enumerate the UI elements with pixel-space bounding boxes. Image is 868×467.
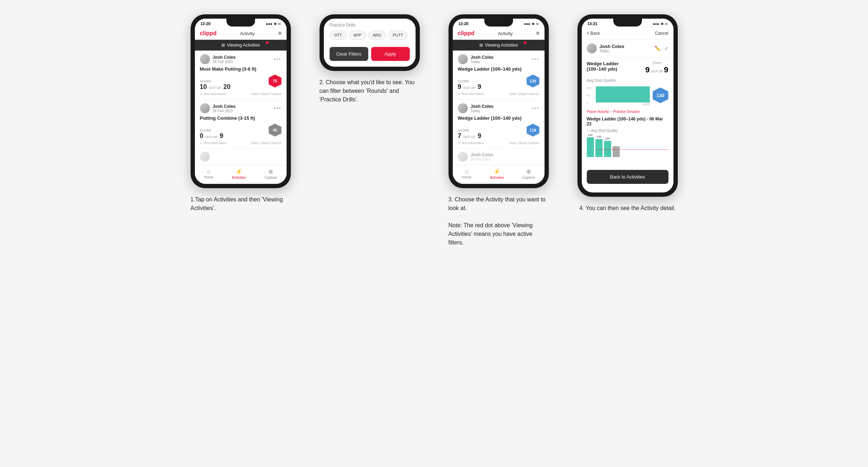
- nav-home-3[interactable]: ⌂ Home: [462, 168, 471, 180]
- card-footer-1-2: ⊙ Test Information Data: Clippd Capture: [200, 141, 282, 145]
- footer-right-1-1: Data: Clippd Capture: [251, 92, 281, 96]
- clear-filters-button[interactable]: Clear Filters: [330, 47, 368, 61]
- caption-1: 1.Tap on Activities and then 'Viewing Ac…: [191, 195, 291, 213]
- nav-activities-1[interactable]: ⚡ Activities: [232, 168, 246, 180]
- phone-1-inner: 13:20 ●●● ≋ ▪▪ clippd Activity ≡ ⊞ Vie: [195, 19, 287, 184]
- footer-left-3-1: ⊙ Test Information: [458, 92, 484, 96]
- hamburger-3[interactable]: ≡: [536, 30, 539, 37]
- score-value-1-1: 10: [200, 83, 207, 91]
- phone-4-notch: [613, 19, 642, 27]
- score-block-3-2: Score 7 OUT OF 9: [458, 129, 481, 140]
- capture-icon-3: ⊕: [526, 168, 531, 175]
- activity-card-3-1[interactable]: Josh Coles Today ••• Wedge Ladder (100–1…: [453, 51, 545, 100]
- stat-of-3-1: OUT OF: [464, 86, 476, 90]
- footer-right-3-2: Data: Clippd Capture: [509, 141, 539, 145]
- score-value-3-1: 9: [458, 83, 461, 91]
- step-2-col: 13:21 ●●● ≋ ▪▪ clippd Activity ≡ ⊞ Viewi…: [312, 14, 427, 247]
- score-value-1-2: 0: [200, 132, 203, 140]
- viewing-label-1: Viewing Activities: [227, 43, 260, 48]
- phone-3: 13:20 ●●● ≋ ▪▪ clippd Activity ≡ ⊞ Viewi…: [449, 14, 549, 188]
- app-title-3: Activity: [498, 31, 513, 36]
- bar-col-4: [613, 146, 620, 157]
- bar-3: [604, 141, 611, 157]
- filter-overlay: Filter ✕ Show Rounds Practice Drills Pra…: [324, 19, 416, 67]
- chip-putt[interactable]: PUTT: [388, 30, 408, 40]
- back-to-activities-button[interactable]: Back to Activities: [587, 170, 668, 184]
- detail-avatar: [587, 43, 597, 53]
- score-label-1-2: Score: [200, 129, 224, 132]
- more-dots-3-2[interactable]: •••: [532, 105, 539, 111]
- wifi-3: ≋: [532, 22, 534, 26]
- battery-icon-1: ▪▪: [278, 22, 280, 26]
- filter-sheet: Filter ✕ Show Rounds Practice Drills Pra…: [324, 19, 416, 67]
- score-block-1-2: Score 0 OUT OF 9: [200, 129, 224, 140]
- activity-card-3-2[interactable]: Josh Coles Today ••• Wedge Ladder (100–1…: [453, 100, 545, 149]
- status-icons-3: ●●● ≋ ▪▪: [524, 22, 538, 26]
- session-title: Wedge Ladder (100–140 yds) - 06 Mar 23: [587, 116, 668, 127]
- card-header-1-2: Josh Coles 28 Feb 2023 •••: [200, 103, 282, 113]
- time-3: 13:20: [459, 22, 469, 26]
- chip-app[interactable]: APP: [349, 30, 366, 40]
- detail-user-name: Josh Coles: [600, 44, 624, 49]
- avg-quality-section: Avg Shot Quality 100 50 0: [587, 78, 668, 106]
- detail-drill-section: Wedge Ladder (100–140 yds) Score 9 OUT O…: [587, 61, 668, 75]
- nav-activities-label-1: Activities: [232, 176, 246, 180]
- viewing-banner-1[interactable]: ⊞ Viewing Activities: [195, 40, 287, 51]
- hamburger-1[interactable]: ≡: [278, 30, 281, 37]
- partial-user-row-3: Josh Coles 28 Feb 2023: [458, 152, 539, 162]
- detail-user-row: Josh Coles Today ✏️ ⤢: [582, 40, 673, 57]
- nav-home-label-1: Home: [204, 175, 214, 179]
- wifi-4: ≋: [661, 22, 663, 26]
- phone-3-inner: 13:20 ●●● ≋ ▪▪ clippd Activity ≡ ⊞ Viewi…: [453, 19, 545, 184]
- back-button[interactable]: < Back: [587, 31, 600, 36]
- stats-row-3-2: Score 7 OUT OF 9 118: [458, 124, 539, 140]
- bar-col-1: 132: [587, 133, 594, 157]
- nav-home-1[interactable]: ⌂ Home: [204, 168, 214, 180]
- step-4-col: 13:21 ●●● ≋ ▪▪ < Back Cancel: [570, 14, 685, 247]
- partial-avatar-3: [458, 152, 468, 162]
- battery-3: ▪▪: [536, 22, 538, 26]
- footer-right-3-1: Data: Clippd Capture: [509, 92, 539, 96]
- partial-card-3: Josh Coles 28 Feb 2023: [453, 149, 545, 165]
- chip-arg[interactable]: ARG: [368, 30, 386, 40]
- user-name-3-2: Josh Coles: [471, 104, 494, 109]
- bar-2: [595, 139, 603, 157]
- user-info-3-1: Josh Coles Today: [471, 55, 494, 64]
- bar-col-3: 124: [604, 137, 611, 157]
- red-dot-3: [524, 41, 527, 44]
- nav-capture-3[interactable]: ⊕ Capture: [522, 168, 535, 180]
- stat-of-1-1: OUT OF: [209, 86, 221, 90]
- cancel-button[interactable]: Cancel: [655, 31, 668, 36]
- step-3-col: 13:20 ●●● ≋ ▪▪ clippd Activity ≡ ⊞ Viewi…: [441, 14, 556, 247]
- footer-left-1-1: ⊙ Test Information: [200, 92, 226, 96]
- avg-chart-row: 100 50 0 APP: [587, 85, 668, 106]
- step-1-col: 13:20 ●●● ≋ ▪▪ clippd Activity ≡ ⊞ Vie: [183, 14, 298, 247]
- activity-title-3-1: Wedge Ladder (100–140 yds): [458, 66, 539, 72]
- filter-chips-row: OTT APP ARG PUTT: [330, 30, 410, 40]
- signal-icon-1: ●●●: [266, 22, 272, 26]
- avatar-1-2: [200, 103, 210, 113]
- nav-home-label-3: Home: [462, 175, 471, 179]
- page-container: 13:20 ●●● ≋ ▪▪ clippd Activity ≡ ⊞ Vie: [183, 14, 685, 247]
- user-date-3-1: Today: [471, 60, 494, 64]
- stat-of-1-2: OUT OF: [206, 135, 218, 139]
- signal-4: ●●●: [653, 22, 659, 26]
- more-dots-3-1[interactable]: •••: [532, 56, 539, 62]
- activity-card-1-2[interactable]: Josh Coles 28 Feb 2023 ••• Putting Combi…: [195, 100, 287, 149]
- partial-date-3: 28 Feb 2023: [471, 157, 494, 161]
- apply-filter-button[interactable]: Apply: [371, 47, 410, 61]
- nav-capture-1[interactable]: ⊕ Capture: [264, 168, 277, 180]
- chip-ott[interactable]: OTT: [330, 30, 347, 40]
- expand-icon[interactable]: ⤢: [664, 46, 668, 51]
- filter-icon-3: ⊞: [479, 43, 483, 48]
- nav-activities-3[interactable]: ⚡ Activities: [490, 168, 504, 180]
- activity-title-1-1: Must Make Putting (3-6 ft): [200, 66, 282, 72]
- edit-icon[interactable]: ✏️: [654, 46, 661, 51]
- stats-row-1-1: Score 10 OUT OF 20 75: [200, 75, 282, 91]
- caption-3: 3. Choose the Activity that you want to …: [449, 195, 549, 247]
- card-footer-3-1: ⊙ Test Information Data: Clippd Capture: [458, 92, 539, 96]
- viewing-banner-3[interactable]: ⊞ Viewing Activities: [453, 40, 545, 51]
- activity-card-1-1[interactable]: Josh Coles 28 Feb 2023 ••• Must Make Put…: [195, 51, 287, 100]
- more-dots-1-2[interactable]: •••: [274, 105, 282, 111]
- more-dots-1-1[interactable]: •••: [274, 56, 282, 62]
